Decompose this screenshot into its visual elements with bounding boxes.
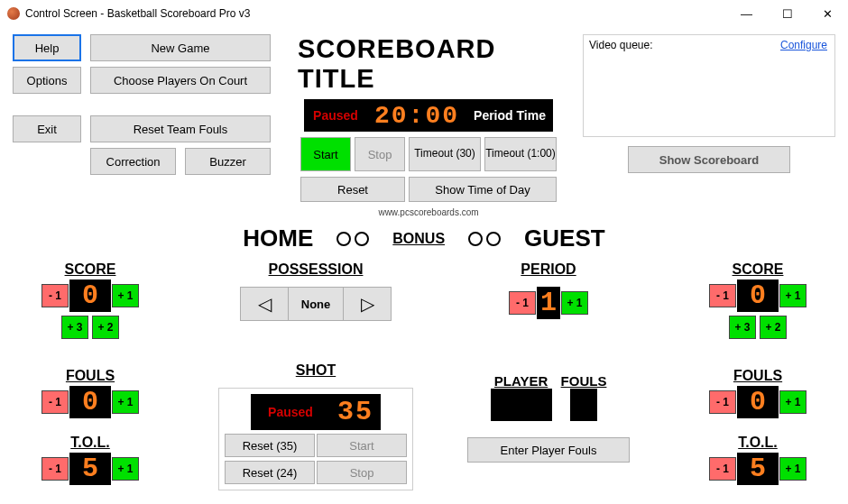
buzzer-button[interactable]: Buzzer xyxy=(185,148,271,175)
guest-score-plus2[interactable]: + 2 xyxy=(760,316,787,339)
shot-start-button[interactable]: Start xyxy=(317,434,407,457)
shot-stop-button[interactable]: Stop xyxy=(317,461,407,484)
guest-score-plus1[interactable]: + 1 xyxy=(779,284,807,307)
correction-button[interactable]: Correction xyxy=(90,148,176,175)
configure-link[interactable]: Configure xyxy=(780,39,827,51)
period-label: PERIOD xyxy=(521,261,576,278)
guest-bonus-indicators xyxy=(468,232,501,246)
home-score-minus1[interactable]: - 1 xyxy=(41,284,69,307)
home-tol-minus1[interactable]: - 1 xyxy=(41,457,69,481)
possession-label: POSSESSION xyxy=(269,261,364,278)
url-label: www.pcscoreboards.com xyxy=(378,207,478,217)
guest-label: GUEST xyxy=(524,225,605,252)
home-score-plus3[interactable]: + 3 xyxy=(61,316,88,339)
maximize-button[interactable]: ☐ xyxy=(767,0,807,27)
shot-time-value: 35 xyxy=(330,394,381,430)
guest-score-value: 0 xyxy=(737,279,779,312)
shot-reset-35-button[interactable]: Reset (35) xyxy=(225,434,315,457)
help-button[interactable]: Help xyxy=(13,34,81,61)
titlebar: Control Screen - Basketball Scoreboard P… xyxy=(0,0,848,27)
reset-team-fouls-button[interactable]: Reset Team Fouls xyxy=(90,115,271,142)
guest-column: SCORE - 1 0 + 1 + 3 + 2 FOULS - 1 0 + 1 xyxy=(686,261,830,490)
guest-fouls-value: 0 xyxy=(737,386,779,418)
shot-label: SHOT xyxy=(296,362,336,379)
shot-reset-24-button[interactable]: Reset (24) xyxy=(225,461,315,484)
period-value: 1 xyxy=(537,287,560,319)
player-label: PLAYER xyxy=(494,373,548,389)
shot-paused-label: Paused xyxy=(251,394,330,430)
clock-stop-button[interactable]: Stop xyxy=(355,137,405,171)
home-label: HOME xyxy=(243,225,313,252)
possession-value: None xyxy=(289,287,343,321)
home-score-value: 0 xyxy=(69,279,111,312)
enter-player-fouls-button[interactable]: Enter Player Fouls xyxy=(467,437,630,463)
period-minus1[interactable]: - 1 xyxy=(509,291,536,315)
guest-tol-value: 5 xyxy=(737,453,779,485)
player-value xyxy=(491,389,552,421)
guest-fouls-label: FOULS xyxy=(733,368,782,384)
home-fouls-label: FOULS xyxy=(66,368,115,384)
home-fouls-value: 0 xyxy=(69,386,111,418)
video-queue-box: Video queue: Configure xyxy=(583,34,835,137)
bonus-row: HOME BONUS GUEST xyxy=(13,225,835,252)
guest-tol-plus1[interactable]: + 1 xyxy=(779,457,807,481)
player-fouls-label: FOULS xyxy=(561,373,607,389)
home-fouls-minus1[interactable]: - 1 xyxy=(41,390,69,414)
scoreboard-title: SCOREBOARD TITLE xyxy=(298,34,559,94)
player-fouls-value xyxy=(570,389,597,421)
home-tol-value: 5 xyxy=(69,453,111,485)
minimize-button[interactable]: — xyxy=(726,0,767,27)
home-bonus-indicators xyxy=(336,232,369,246)
home-score-plus2[interactable]: + 2 xyxy=(92,316,119,339)
game-clock-display: Paused 20:00 Period Time xyxy=(304,99,553,132)
timeout-100-button[interactable]: Timeout (1:00) xyxy=(484,137,557,171)
clock-time: 20:00 xyxy=(367,99,466,132)
guest-tol-minus1[interactable]: - 1 xyxy=(709,457,736,481)
clock-start-button[interactable]: Start xyxy=(300,137,351,171)
show-scoreboard-button[interactable]: Show Scoreboard xyxy=(628,146,790,173)
home-score-label: SCORE xyxy=(65,261,116,278)
show-time-of-day-button[interactable]: Show Time of Day xyxy=(409,177,557,202)
home-tol-label: T.O.L. xyxy=(70,435,110,451)
home-fouls-plus1[interactable]: + 1 xyxy=(112,390,139,414)
possession-right-button[interactable]: ▷ xyxy=(343,287,392,321)
shot-clock-box: Paused 35 Reset (35) Start Reset (24) St… xyxy=(218,388,413,490)
options-button[interactable]: Options xyxy=(13,67,81,94)
new-game-button[interactable]: New Game xyxy=(90,34,271,61)
guest-tol-label: T.O.L. xyxy=(738,435,778,451)
clock-paused-label: Paused xyxy=(304,99,367,132)
choose-players-button[interactable]: Choose Players On Court xyxy=(90,67,271,94)
guest-score-plus3[interactable]: + 3 xyxy=(729,316,756,339)
timeout-30-button[interactable]: Timeout (30) xyxy=(409,137,481,171)
close-button[interactable]: ✕ xyxy=(807,0,848,27)
clock-reset-button[interactable]: Reset xyxy=(300,177,405,202)
window-title: Control Screen - Basketball Scoreboard P… xyxy=(25,7,726,20)
app-icon xyxy=(7,7,20,20)
possession-left-button[interactable]: ◁ xyxy=(240,287,289,321)
guest-fouls-minus1[interactable]: - 1 xyxy=(709,390,736,414)
home-score-plus1[interactable]: + 1 xyxy=(112,284,139,307)
guest-fouls-plus1[interactable]: + 1 xyxy=(779,390,807,414)
period-time-label: Period Time xyxy=(466,99,553,132)
home-tol-plus1[interactable]: + 1 xyxy=(112,457,139,481)
home-column: SCORE - 1 0 + 1 + 3 + 2 FOULS - 1 0 + 1 xyxy=(18,261,162,490)
video-queue-label: Video queue: xyxy=(589,39,653,51)
guest-score-minus1[interactable]: - 1 xyxy=(709,284,736,307)
guest-score-label: SCORE xyxy=(733,261,784,278)
bonus-label: BONUS xyxy=(392,231,445,247)
period-plus1[interactable]: + 1 xyxy=(561,291,588,315)
exit-button[interactable]: Exit xyxy=(13,115,81,142)
